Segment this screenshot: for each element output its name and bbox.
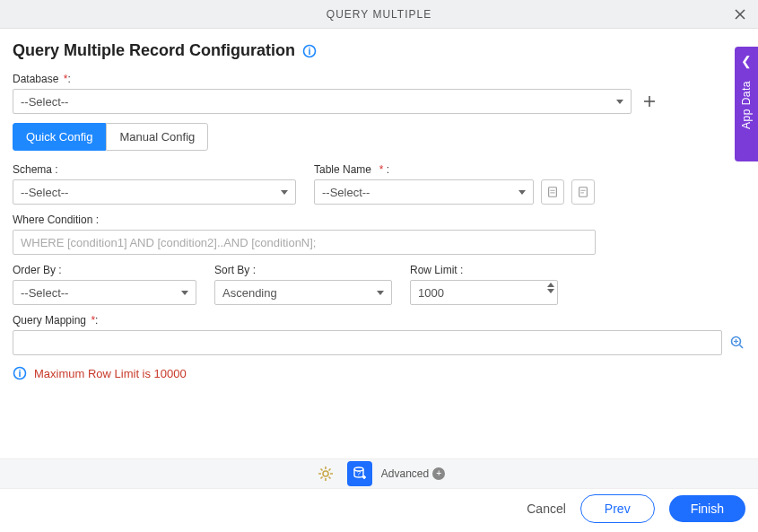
row-limit-spinner xyxy=(547,283,554,293)
finish-button[interactable]: Finish xyxy=(669,495,745,522)
footer-strip: ? Advanced + xyxy=(0,458,758,489)
database-add-button[interactable]: ? xyxy=(347,461,372,486)
warning-text: Maximum Row Limit is 10000 xyxy=(34,367,187,380)
tab-manual-config[interactable]: Manual Config xyxy=(106,123,208,151)
add-database-button[interactable] xyxy=(640,92,658,110)
svg-point-18 xyxy=(323,471,328,476)
page-title: Query Multiple Record Configuration xyxy=(13,41,295,60)
plus-circle-icon: + xyxy=(432,467,445,480)
dialog-body: Query Multiple Record Configuration i Da… xyxy=(0,29,758,384)
table-action-1-button[interactable] xyxy=(541,179,564,205)
info-icon: i xyxy=(13,366,27,380)
query-mapping-input[interactable] xyxy=(13,330,722,355)
svg-text:i: i xyxy=(18,368,21,379)
gear-icon xyxy=(317,465,335,483)
title-row: Query Multiple Record Configuration i xyxy=(13,41,745,60)
svg-rect-9 xyxy=(579,188,588,197)
table-name-value: --Select-- xyxy=(322,186,370,199)
warning-row: i Maximum Row Limit is 10000 xyxy=(13,366,745,380)
close-icon xyxy=(734,8,746,21)
sort-by-field: Sort By : Ascending xyxy=(214,264,392,305)
schema-value: --Select-- xyxy=(21,186,68,199)
chevron-down-icon xyxy=(281,190,288,195)
query-mapping-label: Query Mapping *: xyxy=(13,314,745,327)
schema-field: Schema : --Select-- xyxy=(13,163,296,205)
where-label: Where Condition : xyxy=(13,214,745,226)
document-icon xyxy=(546,186,559,198)
dialog-title: QUERY MULTIPLE xyxy=(327,8,431,21)
where-input[interactable] xyxy=(13,230,596,255)
row-limit-field: Row Limit : xyxy=(410,264,558,305)
schema-label: Schema : xyxy=(13,163,296,176)
sort-by-select[interactable]: Ascending xyxy=(214,280,392,305)
table-name-field: Table Name * : --Select-- xyxy=(314,163,745,205)
schema-select[interactable]: --Select-- xyxy=(13,179,296,205)
query-mapping-field: Query Mapping *: xyxy=(13,314,745,355)
advanced-toggle[interactable]: Advanced + xyxy=(381,467,445,480)
table-name-label: Table Name * : xyxy=(314,163,745,176)
order-by-value: --Select-- xyxy=(21,286,68,300)
svg-rect-6 xyxy=(549,188,557,197)
tab-quick-config[interactable]: Quick Config xyxy=(13,123,106,151)
plus-icon xyxy=(642,94,657,109)
database-value: --Select-- xyxy=(21,95,68,109)
order-by-select[interactable]: --Select-- xyxy=(13,280,196,305)
config-tabs: Quick Config Manual Config xyxy=(13,123,745,151)
row-limit-input[interactable] xyxy=(410,280,558,305)
chevron-down-icon xyxy=(377,291,384,295)
spinner-down-button[interactable] xyxy=(547,289,554,293)
chevron-left-icon: ❮ xyxy=(741,54,752,68)
order-by-field: Order By : --Select-- xyxy=(13,264,196,305)
database-field: Database *: --Select-- xyxy=(13,73,745,114)
sort-by-label: Sort By : xyxy=(214,264,392,276)
settings-button[interactable] xyxy=(313,461,338,486)
order-by-label: Order By : xyxy=(13,264,196,276)
svg-line-13 xyxy=(740,345,744,349)
chevron-down-icon xyxy=(616,100,623,104)
close-button[interactable] xyxy=(731,5,749,23)
spinner-up-button[interactable] xyxy=(547,283,554,287)
svg-text:?: ? xyxy=(357,470,361,476)
chevron-down-icon xyxy=(518,190,526,195)
cancel-button[interactable]: Cancel xyxy=(527,501,566,516)
svg-text:i: i xyxy=(308,46,310,57)
document-copy-icon xyxy=(577,186,589,198)
app-data-panel-toggle[interactable]: ❮ App Data xyxy=(735,47,758,161)
chevron-down-icon xyxy=(181,291,188,295)
footer-buttons: Cancel Prev Finish xyxy=(527,494,745,523)
app-data-label: App Data xyxy=(740,81,753,129)
table-action-2-button[interactable] xyxy=(571,179,595,205)
advanced-label: Advanced xyxy=(381,467,429,480)
database-plus-icon: ? xyxy=(352,466,368,482)
sort-by-value: Ascending xyxy=(222,286,277,300)
database-select[interactable]: --Select-- xyxy=(13,89,632,114)
row-limit-label: Row Limit : xyxy=(410,264,558,276)
database-label: Database *: xyxy=(13,73,745,85)
where-field: Where Condition : xyxy=(13,214,745,255)
search-icon[interactable] xyxy=(729,335,745,351)
info-icon[interactable]: i xyxy=(302,44,317,58)
dialog-header: QUERY MULTIPLE xyxy=(0,0,758,29)
prev-button[interactable]: Prev xyxy=(580,494,655,523)
table-name-select[interactable]: --Select-- xyxy=(314,179,534,205)
